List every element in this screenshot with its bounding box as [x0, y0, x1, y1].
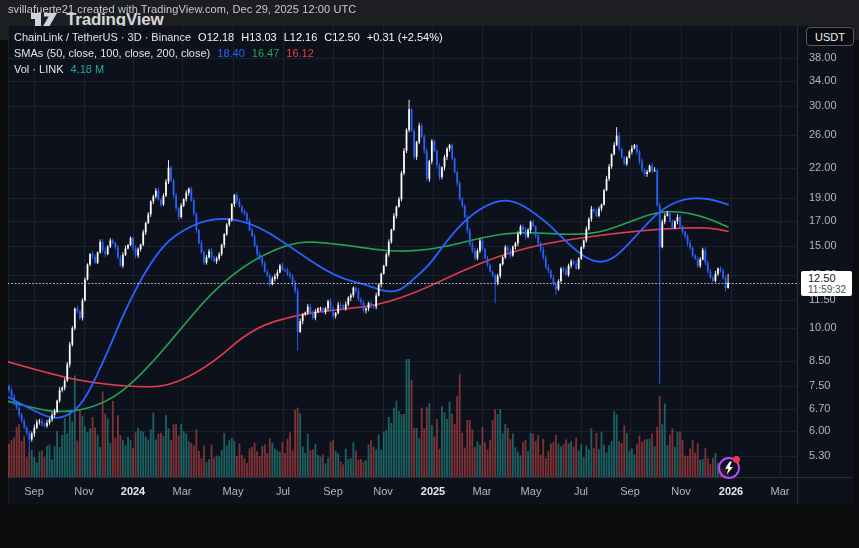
price-axis-label: 22.00: [809, 161, 837, 173]
price-axis-label: 30.00: [809, 99, 837, 111]
price-axis-label: 6.00: [809, 424, 830, 436]
ohlc-high: H13.03: [241, 31, 276, 43]
price-axis-label: 15.00: [809, 239, 837, 251]
price-axis-label: 7.50: [809, 379, 830, 391]
time-axis-label: Sep: [323, 485, 343, 497]
ohlc-open: O12.18: [198, 31, 234, 43]
time-axis-label: Jul: [574, 485, 588, 497]
bar-countdown-timer: 11:59:32: [808, 284, 852, 295]
price-axis-label: 38.00: [809, 51, 837, 63]
time-axis-label: Nov: [671, 485, 691, 497]
sma-indicator-label[interactable]: SMAs (50, close, 100, close, 200, close): [14, 47, 210, 59]
ohlc-low: L12.16: [284, 31, 318, 43]
price-axis-label: 8.50: [809, 354, 830, 366]
flash-marker-button[interactable]: [718, 457, 740, 479]
time-axis-label: Mar: [173, 485, 192, 497]
sma50-value: 18.40: [217, 47, 245, 59]
price-axis-label: 19.00: [809, 191, 837, 203]
chart-legend: ChainLink / TetherUS · 3D · Binance O12.…: [14, 29, 443, 77]
ohlc-change: +0.31 (+2.54%): [367, 31, 443, 43]
ohlc-close: C12.50: [324, 31, 359, 43]
time-axis-label: Sep: [24, 485, 44, 497]
legend-symbol-row: ChainLink / TetherUS · 3D · Binance O12.…: [14, 29, 443, 45]
time-axis-label: 2024: [121, 485, 145, 497]
time-axis-label: Sep: [620, 485, 640, 497]
volume-indicator-label[interactable]: Vol · LINK: [14, 63, 64, 75]
price-axis-label: 26.00: [809, 128, 837, 140]
time-axis-label: Nov: [74, 485, 94, 497]
time-axis-label: May: [521, 485, 542, 497]
volume-value: 4.18 M: [71, 63, 105, 75]
tradingview-snapshot: svillafuerte21 created with TradingView.…: [0, 0, 859, 548]
time-axis-label: Jul: [276, 485, 290, 497]
time-axis-label: Mar: [771, 485, 790, 497]
current-price-value: 12.50: [808, 272, 852, 284]
price-axis-label: 6.70: [809, 402, 830, 414]
sma100-value: 16.47: [252, 47, 280, 59]
legend-volume-row: Vol · LINK 4.18 M: [14, 61, 443, 77]
attribution-text: svillafuerte21 created with TradingView.…: [8, 3, 356, 15]
time-axis-label: May: [223, 485, 244, 497]
time-axis-label: 2026: [719, 485, 743, 497]
currency-toggle-button[interactable]: USDT: [806, 27, 854, 46]
sma200-value: 16.12: [286, 47, 314, 59]
time-axis-label: 2025: [421, 485, 445, 497]
symbol-title[interactable]: ChainLink / TetherUS · 3D · Binance: [14, 31, 191, 43]
legend-sma-row: SMAs (50, close, 100, close, 200, close)…: [14, 45, 443, 61]
time-axis-label: Nov: [373, 485, 393, 497]
alert-dot-icon: [733, 456, 740, 463]
time-axis-label: Mar: [473, 485, 492, 497]
price-axis-label: 5.30: [809, 449, 830, 461]
price-axis-label: 34.00: [809, 74, 837, 86]
price-axis-label: 10.00: [809, 321, 837, 333]
price-axis-label: 17.00: [809, 214, 837, 226]
current-price-badge: 12.50 11:59:32: [801, 271, 852, 296]
